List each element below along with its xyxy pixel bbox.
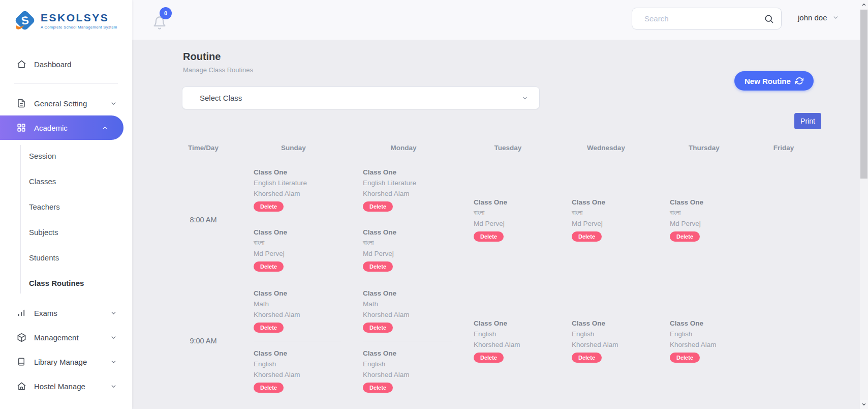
column-header-monday: Monday: [348, 144, 459, 152]
entry-class: Class One: [474, 197, 550, 208]
cell-friday-9am: [753, 287, 814, 395]
sidebar-divider: [14, 83, 118, 84]
entry-class: Class One: [572, 197, 648, 208]
entry-class: Class One: [670, 318, 746, 329]
entry-subject: বাংলা: [254, 238, 341, 248]
sidebar-item-dashboard[interactable]: Dashboard: [0, 52, 132, 76]
delete-button[interactable]: Delete: [670, 353, 700, 363]
refresh-icon: [795, 77, 803, 85]
cell-thursday-9am: Class One English Khorshed Alam Delete: [655, 287, 753, 395]
entry-class: Class One: [474, 318, 550, 329]
search-input[interactable]: [644, 14, 764, 23]
print-button[interactable]: Print: [794, 113, 821, 129]
delete-button[interactable]: Delete: [254, 383, 284, 393]
delete-button[interactable]: Delete: [254, 261, 284, 272]
column-header-thursday: Thursday: [655, 144, 753, 152]
chevron-down-icon: [522, 95, 528, 101]
chevron-down-icon: [110, 383, 117, 390]
entry-subject: বাংলা: [670, 208, 746, 218]
brand-name: ESKOLSYS: [41, 12, 117, 24]
cell-sunday-8am: Class One English Literature Khorshed Al…: [239, 166, 348, 274]
entry-subject: English: [670, 329, 746, 339]
entry-teacher: Khorshed Alam: [363, 369, 452, 380]
entry-teacher: Khorshed Alam: [363, 309, 452, 320]
sidebar-item-management[interactable]: Management: [0, 325, 132, 349]
sidebar-item-students[interactable]: Students: [0, 245, 132, 270]
routine-entry: Class One English Literature Khorshed Al…: [363, 167, 452, 213]
routine-entry: Class One Math Khorshed Alam Delete: [363, 288, 452, 334]
sub-item-label: Class Routines: [29, 279, 84, 287]
cell-friday-8am: [753, 166, 814, 274]
sidebar-nav: Dashboard General Setting Academic Sessi…: [0, 52, 132, 398]
sidebar-item-label: Library Manage: [34, 358, 87, 366]
scrollbar-thumb[interactable]: [860, 10, 867, 179]
entry-subject: Math: [363, 299, 452, 309]
delete-button[interactable]: Delete: [572, 231, 602, 242]
sub-item-label: Subjects: [29, 228, 58, 237]
entry-teacher: Khorshed Alam: [254, 369, 341, 380]
sidebar-item-classes[interactable]: Classes: [0, 168, 132, 194]
column-header-friday: Friday: [753, 144, 814, 152]
sidebar-item-subjects[interactable]: Subjects: [0, 219, 132, 245]
cell-tuesday-9am: Class One English Khorshed Alam Delete: [459, 287, 557, 395]
sidebar-item-label: Exams: [34, 309, 57, 317]
entry-teacher: Khorshed Alam: [254, 188, 341, 199]
sidebar-item-session[interactable]: Session: [0, 143, 132, 168]
brand-tagline: A Complete School Management System: [41, 25, 117, 30]
page-subtitle: Manage Class Routines: [183, 66, 253, 74]
search-icon[interactable]: [764, 14, 774, 24]
sidebar-item-class-routines[interactable]: Class Routines: [0, 270, 132, 296]
sub-item-label: Classes: [29, 177, 56, 186]
delete-button[interactable]: Delete: [670, 231, 700, 242]
cell-monday-8am: Class One English Literature Khorshed Al…: [348, 166, 459, 274]
new-routine-button[interactable]: New Routine: [734, 71, 814, 91]
sidebar-item-label: Management: [34, 333, 79, 342]
user-menu[interactable]: john doe: [798, 13, 839, 22]
user-name: john doe: [798, 13, 827, 22]
entry-class: Class One: [254, 348, 341, 359]
routine-entry: Class One বাংলা Md Pervej Delete: [254, 220, 341, 273]
entry-subject: Math: [254, 299, 341, 309]
entry-class: Class One: [363, 227, 452, 238]
select-class-dropdown[interactable]: Select Class: [182, 86, 540, 109]
notification-bell-button[interactable]: 0: [152, 11, 170, 31]
sidebar-item-hostel-manage[interactable]: Hostel Manage: [0, 374, 132, 398]
sub-item-label: Students: [29, 253, 59, 262]
chevron-down-icon: [110, 100, 117, 107]
delete-button[interactable]: Delete: [363, 323, 393, 333]
file-text-icon: [16, 98, 26, 108]
routine-entry: Class One English Khorshed Alam Delete: [670, 318, 746, 364]
sidebar-item-library-manage[interactable]: Library Manage: [0, 349, 132, 374]
routine-entry: Class One Math Khorshed Alam Delete: [254, 288, 341, 334]
routine-entry: Class One বাংলা Md Pervej Delete: [670, 197, 746, 243]
sub-item-label: Teachers: [29, 202, 60, 211]
notification-badge: 0: [160, 7, 172, 19]
delete-button[interactable]: Delete: [363, 383, 393, 393]
scroll-up-arrow[interactable]: [860, 0, 868, 9]
delete-button[interactable]: Delete: [474, 353, 504, 363]
sidebar-item-general-setting[interactable]: General Setting: [0, 91, 132, 115]
delete-button[interactable]: Delete: [572, 353, 602, 363]
routine-entry: Class One বাংলা Md Pervej Delete: [474, 197, 550, 243]
brand-logo[interactable]: S ESKOLSYS A Complete School Management …: [0, 0, 132, 38]
delete-button[interactable]: Delete: [474, 231, 504, 242]
entry-subject: English: [363, 359, 452, 369]
entry-teacher: Md Pervej: [363, 248, 452, 259]
book-icon: [16, 357, 26, 367]
scroll-down-arrow[interactable]: [860, 400, 868, 409]
cell-sunday-9am: Class One Math Khorshed Alam Delete Clas…: [239, 287, 348, 395]
column-header-time-day: Time/Day: [168, 144, 239, 152]
sidebar-item-exams[interactable]: Exams: [0, 301, 132, 325]
routine-row-8am: 8:00 AM Class One English Literature Kho…: [168, 166, 814, 274]
delete-button[interactable]: Delete: [363, 261, 393, 272]
delete-button[interactable]: Delete: [254, 323, 284, 333]
routine-entry: Class One বাংলা Md Pervej Delete: [572, 197, 648, 243]
delete-button[interactable]: Delete: [254, 201, 284, 212]
chevron-down-icon: [110, 359, 117, 365]
sidebar-item-academic[interactable]: Academic: [0, 115, 123, 140]
delete-button[interactable]: Delete: [363, 201, 393, 212]
page-title: Routine: [183, 51, 221, 63]
vertical-scrollbar[interactable]: [860, 0, 868, 409]
sidebar-item-teachers[interactable]: Teachers: [0, 194, 132, 219]
column-header-wednesday: Wednesday: [557, 144, 655, 152]
